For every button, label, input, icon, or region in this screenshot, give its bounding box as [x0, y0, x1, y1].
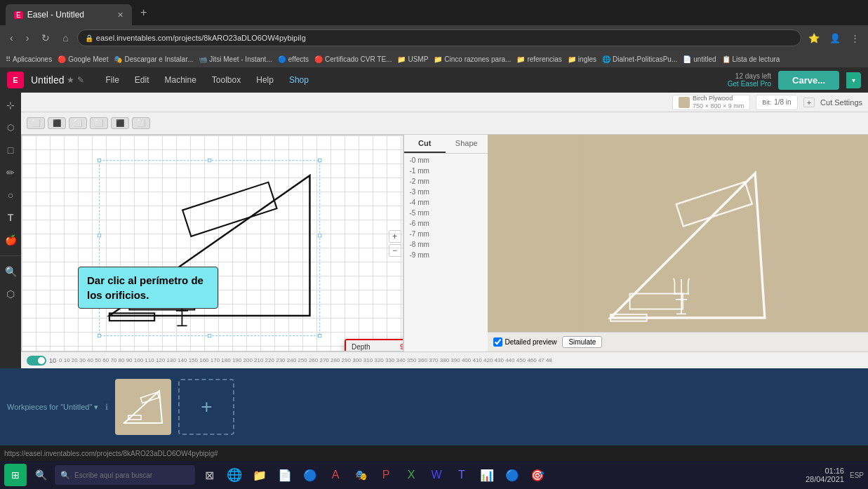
taskbar-search-input[interactable]: [74, 471, 173, 479]
bookmark-jitsi[interactable]: 📹 Jitsi Meet - Instant...: [199, 55, 272, 63]
taskbar-explorer-icon[interactable]: 📁: [248, 464, 271, 486]
tool-import[interactable]: 🍎: [2, 232, 19, 248]
edit-icon[interactable]: ✎: [77, 75, 84, 85]
bookmark-apps[interactable]: ⠿ Aplicaciones: [6, 55, 52, 63]
material-selector[interactable]: Birch Plywood 750 × 800 × 9 mm: [672, 95, 750, 110]
add-bit-button[interactable]: +: [803, 98, 815, 107]
get-easel-pro-link[interactable]: Get Easel Pro: [728, 80, 771, 88]
depth-8mm[interactable]: -8 mm: [404, 239, 488, 250]
align-top-button[interactable]: ⬜: [90, 117, 108, 129]
depth-3mm[interactable]: -3 mm: [404, 187, 488, 197]
depth-7mm[interactable]: -7 mm: [404, 229, 488, 239]
days-left-text: 12 days left: [728, 72, 771, 80]
toggle-switch[interactable]: [27, 356, 46, 366]
depth-9mm[interactable]: -9 mm: [404, 250, 488, 260]
tool-shapes[interactable]: □: [2, 142, 19, 159]
taskbar-word-icon[interactable]: W: [425, 464, 448, 486]
taskbar-app2[interactable]: 🎭: [349, 464, 372, 486]
bookmark-gmeet[interactable]: 🔴 Google Meet: [58, 55, 108, 63]
bookmark-lista[interactable]: 📋 Lista de lectura: [722, 55, 780, 63]
tool-zoom[interactable]: 🔍: [2, 263, 19, 280]
bookmark-referencias[interactable]: 📁 referencias: [516, 55, 561, 63]
align-center-button[interactable]: ⬛: [48, 117, 66, 129]
new-tab-button[interactable]: +: [135, 6, 152, 19]
depth-2mm[interactable]: -2 mm: [404, 176, 488, 187]
home-button[interactable]: ⌂: [58, 31, 72, 45]
add-workpiece-button[interactable]: +: [178, 379, 234, 435]
taskbar-edge-icon[interactable]: 🌐: [223, 464, 246, 486]
carve-button[interactable]: Carve...: [778, 71, 839, 90]
align-left-button[interactable]: ⬜: [27, 117, 45, 129]
menu-edit[interactable]: Edit: [128, 72, 156, 88]
taskbar-search-icon[interactable]: 🔍: [29, 464, 52, 486]
reload-button[interactable]: ↻: [37, 31, 54, 45]
taskbar-app5[interactable]: 🎯: [526, 464, 549, 486]
detailed-preview-checkbox[interactable]: [493, 337, 502, 347]
zoom-in-button[interactable]: +: [389, 230, 401, 243]
tool-node[interactable]: ⬡: [2, 119, 19, 136]
active-tab[interactable]: E Easel - Untitled ✕: [6, 4, 132, 25]
workpiece-thumb-1[interactable]: [115, 379, 171, 435]
simulate-button[interactable]: Simulate: [562, 336, 602, 348]
forward-button[interactable]: ›: [22, 31, 34, 45]
ruler-text: 0 10 20 30 40 50 60 70 80 90 100 110 120…: [59, 357, 552, 363]
bookmark-descargar[interactable]: 🎭 Descargar e Instalar...: [114, 55, 193, 63]
taskbar-office-icon[interactable]: 📄: [274, 464, 296, 486]
menu-help[interactable]: Help: [249, 72, 281, 88]
align-right-button[interactable]: ⬜: [69, 117, 87, 129]
taskbar-excel-icon[interactable]: X: [400, 464, 422, 486]
taskbar-autocad-icon[interactable]: A: [324, 464, 347, 486]
depth-1mm[interactable]: -1 mm: [404, 166, 488, 176]
bookmark-usmp[interactable]: 📁 USMP: [397, 55, 428, 63]
align-middle-button[interactable]: ⬛: [111, 117, 129, 129]
cut-tab[interactable]: Cut: [404, 135, 446, 153]
align-bottom-button[interactable]: ⬜: [132, 117, 150, 129]
address-bar[interactable]: 🔒 easel.inventables.com/projects/8kARO23…: [77, 29, 801, 46]
bookmark-cinco[interactable]: 📁 Cinco razones para...: [434, 55, 511, 63]
depth-6mm[interactable]: -6 mm: [404, 218, 488, 229]
menu-icon[interactable]: ⋮: [848, 32, 862, 45]
tool-select[interactable]: ⊹: [2, 97, 19, 114]
windows-start-button[interactable]: ⊞: [4, 464, 27, 486]
cut-settings-button[interactable]: Cut Settings: [820, 98, 862, 107]
workpiece-svg: [119, 382, 168, 431]
back-button[interactable]: ‹: [6, 31, 18, 45]
bookmark-untitled[interactable]: 📄 untitled: [683, 55, 716, 63]
tool-circle[interactable]: ○: [2, 187, 19, 203]
tab-close-btn[interactable]: ✕: [117, 11, 123, 20]
tool-text[interactable]: T: [2, 209, 19, 226]
tool-layers[interactable]: ⬡: [2, 286, 19, 302]
taskbar-chrome-icon[interactable]: 🔵: [299, 464, 321, 486]
project-title[interactable]: Untitled: [31, 74, 64, 86]
detailed-preview-label[interactable]: Detailed preview: [493, 337, 557, 347]
bookmark-effects[interactable]: 🔵 effects: [278, 55, 309, 63]
bit-selector[interactable]: Bit: 1/8 in: [756, 95, 797, 110]
taskbar-taskview-btn[interactable]: ⊠: [198, 464, 220, 486]
workpieces-label[interactable]: Workpieces for "Untitled" ▾: [7, 403, 98, 412]
svg-rect-2: [208, 159, 211, 162]
menu-machine[interactable]: Machine: [158, 72, 203, 88]
menu-toolbox[interactable]: Toolbox: [205, 72, 248, 88]
extensions-icon[interactable]: ⭐: [806, 32, 822, 45]
favorite-star[interactable]: ★: [67, 75, 74, 85]
menu-shop[interactable]: Shop: [282, 72, 316, 88]
depth-5mm[interactable]: -5 mm: [404, 208, 488, 218]
bookmark-dialnet[interactable]: 🌐 Dialnet-PoliticasPu...: [602, 55, 677, 63]
taskbar-powerpoint-icon[interactable]: P: [375, 464, 397, 486]
depth-0mm[interactable]: -0 mm: [404, 155, 488, 166]
bookmark-ingles[interactable]: 📁 ingles: [568, 55, 596, 63]
zoom-out-button[interactable]: −: [389, 244, 401, 257]
menu-file[interactable]: File: [98, 72, 126, 88]
shape-tab[interactable]: Shape: [446, 135, 488, 153]
taskbar-teams-icon[interactable]: T: [450, 464, 473, 486]
profile-icon[interactable]: 👤: [827, 32, 843, 45]
tool-pen[interactable]: ✏: [2, 164, 19, 181]
taskbar-search-box[interactable]: 🔍: [55, 465, 195, 485]
taskbar-app4[interactable]: 🔵: [501, 464, 523, 486]
taskbar-app3[interactable]: 📊: [476, 464, 498, 486]
carve-dropdown-button[interactable]: ▾: [846, 72, 861, 88]
canvas-view[interactable]: Dar clic al perímetro de los orificios. …: [21, 135, 403, 351]
depth-4mm[interactable]: -4 mm: [404, 197, 488, 208]
bookmark-cvr[interactable]: 🔴 Certificado CVR TE...: [314, 55, 392, 63]
tab-favicon: E: [14, 11, 23, 19]
